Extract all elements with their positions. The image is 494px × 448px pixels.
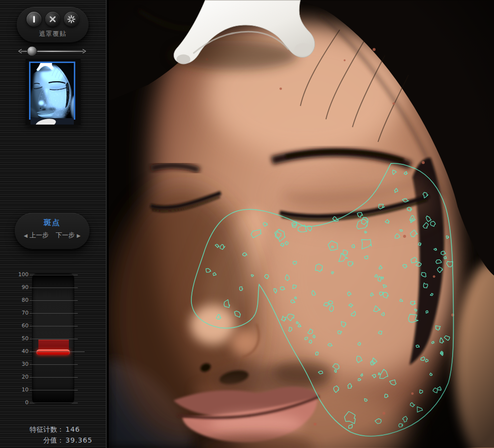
asterisk-icon — [66, 14, 76, 24]
gauge-tick-label: 0 — [9, 399, 29, 406]
score-label: 分值： — [0, 435, 64, 446]
gauge-gridline — [30, 326, 78, 326]
prev-step-label: 上一步 — [30, 231, 49, 240]
mask-tool-label: 遮罩覆贴 — [17, 30, 89, 38]
mask-tool-group: 遮罩覆贴 — [17, 7, 89, 42]
gauge-tick-label: 90 — [9, 284, 29, 290]
thumbnail-image — [31, 63, 74, 118]
current-feature-label: 斑点 — [15, 218, 90, 227]
stats-panel: 特征计数： 146 分值： 39.365 — [0, 424, 103, 446]
mask-opacity-slider[interactable] — [18, 45, 87, 57]
gauge-tick-label: 20 — [9, 374, 29, 380]
mask-refresh-button[interactable] — [64, 12, 79, 27]
gauge-gridline — [30, 339, 78, 339]
slider-knob[interactable] — [27, 46, 37, 56]
gauge-gridline — [30, 403, 78, 403]
feature-step-group: 斑点 ◀ 上一步 下一步 ▶ — [15, 213, 90, 249]
close-x-icon — [48, 14, 58, 24]
skin-analysis-app: 遮罩覆贴 — [0, 0, 494, 448]
next-step-button[interactable]: 下一步 ▶ — [56, 231, 81, 240]
gauge-tick-label: 30 — [9, 361, 29, 367]
analysis-photo — [109, 0, 494, 448]
feature-count-row: 特征计数： 146 — [0, 424, 103, 435]
score-value: 39.365 — [65, 435, 93, 446]
analysis-photo-viewport — [109, 0, 494, 448]
gauge-tick-label: 80 — [9, 297, 29, 303]
gauge-gridline — [30, 377, 78, 378]
prev-arrow-icon: ◀ — [24, 233, 28, 238]
gauge-gridline — [30, 352, 85, 352]
gauge-value-marker — [36, 350, 70, 355]
gauge-tick-label: 40 — [9, 348, 29, 354]
score-gauge: 1009080706050403020100 — [0, 272, 98, 410]
gauge-tick-label: 10 — [9, 386, 29, 393]
mask-off-button[interactable] — [45, 12, 60, 27]
gauge-gridline — [30, 288, 78, 288]
prev-step-button[interactable]: ◀ 上一步 — [24, 231, 49, 240]
gauge-gridline — [30, 390, 78, 390]
feature-count-value: 146 — [65, 424, 80, 435]
gauge-tick-label: 70 — [9, 310, 29, 316]
gauge-tick-label: 50 — [9, 335, 29, 342]
gauge-gridline — [30, 275, 78, 275]
feature-count-label: 特征计数： — [0, 424, 64, 435]
gauge-gridline — [30, 313, 78, 314]
next-thumbnail-sliver[interactable] — [31, 118, 74, 125]
gauge-gridline — [30, 300, 78, 301]
next-step-label: 下一步 — [56, 231, 75, 240]
gauge-tick-label: 100 — [9, 271, 29, 278]
gauge-tick-label: 60 — [9, 322, 29, 329]
thumbnail-strip — [26, 59, 81, 126]
toggle-bar-icon — [29, 14, 39, 25]
next-arrow-icon: ▶ — [77, 233, 81, 238]
score-row: 分值： 39.365 — [0, 435, 103, 446]
control-sidebar: 遮罩覆贴 — [0, 0, 107, 448]
gauge-gridline — [30, 364, 78, 365]
capture-thumbnail-selected[interactable] — [29, 62, 75, 120]
mask-toggle-button[interactable] — [27, 12, 41, 27]
